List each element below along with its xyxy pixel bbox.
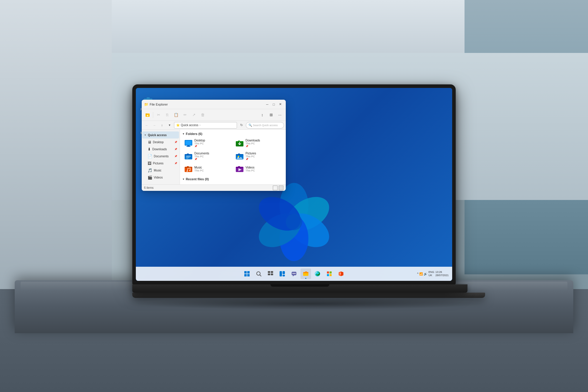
videos-folder-sub: This PC	[245, 169, 281, 172]
svg-point-49	[294, 273, 295, 274]
close-button[interactable]: ✕	[277, 101, 283, 108]
sidebar-item-desktop[interactable]: 🖥 Desktop 📌	[142, 139, 179, 146]
desktop-folder-sub: This PC	[194, 142, 230, 145]
downloads-folder-icon: ⬇	[148, 147, 151, 151]
wifi-icon: 📶	[419, 272, 423, 276]
minimize-button[interactable]: ─	[264, 101, 270, 108]
recent-files-header[interactable]: ▼ Recent files (0)	[182, 177, 283, 181]
sidebar-music-label: Music	[154, 169, 161, 172]
folder-item-music[interactable]: Music This PC	[182, 163, 232, 174]
taskbar: ^ 📶 🔊 ENG UK 13:26 28/07/2021	[136, 267, 452, 281]
downloads-folder-info: Downloads This PC 📌	[245, 139, 281, 148]
documents-folder-sub: This PC	[194, 155, 230, 158]
music-folder-info: Music This PC	[194, 166, 230, 172]
downloads-folder-sub: This PC	[245, 142, 281, 145]
desktop-folder-img	[184, 139, 193, 147]
recent-locations-button[interactable]: ▾	[166, 122, 173, 129]
desktop-folder-info: Desktop This PC 📌	[194, 139, 230, 148]
more-button[interactable]: ···	[276, 111, 284, 119]
sort-button[interactable]: ↕	[258, 111, 266, 119]
share-button[interactable]: ↗	[190, 111, 198, 119]
documents-pin: 📌	[194, 158, 230, 161]
cut-button[interactable]: ✂	[154, 111, 163, 119]
desktop-folder-name: Desktop	[194, 139, 230, 142]
paste-button[interactable]: 📋	[172, 111, 180, 119]
up-button[interactable]: ↑	[159, 122, 165, 129]
country-code: UK	[428, 274, 434, 277]
sidebar-item-quick-access[interactable]: ▼ Quick access	[142, 131, 179, 139]
downloads-folder-name: Downloads	[245, 139, 281, 142]
svg-rect-56	[340, 273, 341, 273]
folder-item-desktop[interactable]: Desktop This PC 📌	[182, 137, 232, 149]
folder-item-documents[interactable]: Documents This PC 📌	[182, 150, 232, 162]
view-button[interactable]: ⊞	[267, 111, 275, 119]
svg-rect-45	[283, 271, 285, 274]
documents-folder-img	[184, 152, 193, 160]
system-tray[interactable]: ^ 📶 🔊	[417, 272, 427, 276]
status-bar: 6 items	[142, 184, 286, 191]
sidebar-item-downloads[interactable]: ⬇ Downloads 📌	[142, 146, 179, 153]
chat-button[interactable]	[289, 268, 299, 279]
language-code: ENG	[428, 271, 434, 274]
svg-rect-57	[340, 274, 341, 275]
music-folder-icon: 🎵	[148, 168, 152, 173]
recent-header-label: Recent files (0)	[186, 177, 209, 181]
search-icon: 🔍	[248, 124, 252, 127]
laptop-hinge	[270, 284, 329, 287]
rename-button[interactable]: ✏	[181, 111, 189, 119]
sidebar-item-documents[interactable]: 📄 Documents 📌	[142, 153, 179, 160]
svg-rect-42	[268, 273, 270, 275]
svg-line-39	[260, 275, 261, 276]
start-button[interactable]	[242, 268, 252, 279]
quick-access-section: ▼ Quick access 🖥 Desktop 📌 ⬇	[142, 131, 180, 181]
widgets-button[interactable]	[277, 268, 288, 279]
maximize-button[interactable]: □	[270, 101, 277, 108]
pictures-folder-icon: 🖼	[148, 161, 151, 166]
section-chevron-down-2: ▼	[182, 178, 185, 181]
pictures-folder-img	[235, 152, 244, 160]
task-view-button[interactable]	[265, 268, 276, 279]
sidebar-downloads-label: Downloads	[152, 148, 167, 151]
toolbar: ✂ ⎘ 📋 ✏ ↗ 🗑 ↕ ⊞ ···	[142, 109, 286, 121]
office-taskbar-button[interactable]	[336, 268, 346, 279]
sidebar-item-pictures[interactable]: 🖼 Pictures 📌	[142, 160, 179, 167]
path-bar[interactable]: ⭐ Quick access ›	[174, 122, 237, 129]
store-taskbar-button[interactable]	[324, 268, 335, 279]
back-button[interactable]: ←	[143, 122, 150, 129]
grid-view-button[interactable]	[279, 186, 283, 190]
list-view-button[interactable]	[273, 186, 278, 190]
search-button[interactable]	[253, 268, 264, 279]
documents-folder-name: Documents	[194, 152, 230, 155]
file-explorer-taskbar-button[interactable]	[300, 268, 311, 279]
new-folder-button[interactable]	[143, 111, 152, 119]
sidebar-item-videos[interactable]: 🎬 Videos	[142, 174, 179, 181]
folder-item-downloads[interactable]: Downloads This PC 📌	[233, 137, 283, 149]
main-content: ▼ Folders (6)	[180, 130, 286, 184]
folder-item-videos[interactable]: Videos This PC	[233, 163, 283, 174]
sidebar-item-music[interactable]: 🎵 Music	[142, 167, 179, 174]
clock-area[interactable]: 13:26 28/07/2021	[435, 271, 449, 277]
edge-taskbar-button[interactable]	[312, 268, 323, 279]
chevron-up-icon: ^	[417, 272, 419, 276]
refresh-button[interactable]: ↻	[238, 122, 245, 129]
svg-rect-26	[186, 158, 188, 159]
svg-point-30	[187, 171, 188, 172]
music-folder-name: Music	[194, 166, 230, 169]
svg-rect-24	[186, 156, 191, 156]
folder-item-pictures[interactable]: Pictures This PC 📌	[233, 150, 283, 162]
window-title: File Explorer	[148, 103, 264, 106]
recent-files-section: ▼ Recent files (0) After you've opened s…	[182, 177, 283, 184]
pictures-folder-sub: This PC	[245, 155, 281, 158]
sidebar-videos-label: Videos	[154, 176, 163, 179]
copy-button[interactable]: ⎘	[163, 111, 171, 119]
date-display: 28/07/2021	[435, 274, 449, 277]
svg-rect-55	[330, 274, 332, 276]
folders-section-header[interactable]: ▼ Folders (6)	[182, 132, 283, 136]
pictures-folder-info: Pictures This PC 📌	[245, 152, 281, 161]
language-indicator[interactable]: ENG UK	[428, 271, 434, 277]
forward-button[interactable]: →	[151, 122, 158, 129]
documents-folder-icon: 📄	[148, 154, 152, 159]
search-bar[interactable]: 🔍 Search Quick access	[246, 122, 284, 129]
delete-button[interactable]: 🗑	[198, 111, 207, 119]
svg-point-48	[293, 273, 294, 274]
